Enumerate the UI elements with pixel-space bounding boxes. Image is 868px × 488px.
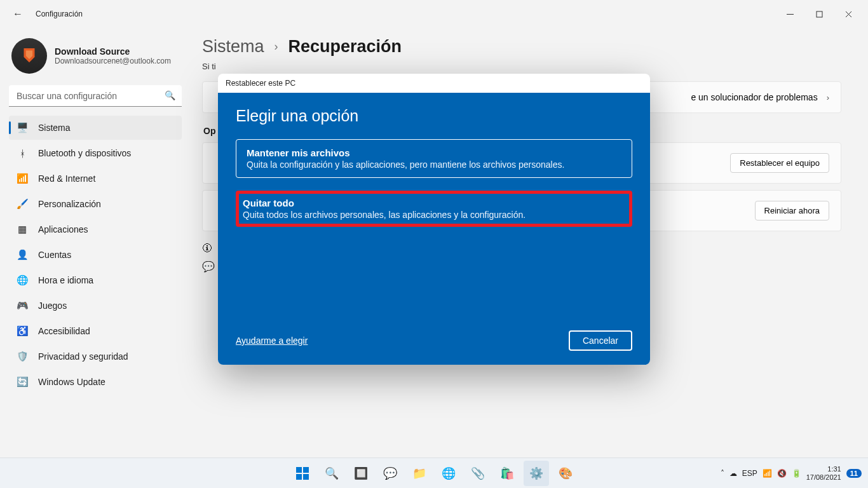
- sidebar-item-icon: ᚼ: [17, 148, 28, 159]
- sidebar-item-icon: 🌐: [17, 274, 28, 286]
- system-tray: ˄ ☁ ESP 📶 🔇 🔋 1:31 17/08/2021 11: [721, 465, 868, 480]
- notifications-badge[interactable]: 11: [846, 469, 862, 478]
- option-keep-files[interactable]: Mantener mis archivos Quita la configura…: [236, 139, 632, 178]
- breadcrumb-page: Recuperación: [288, 37, 402, 57]
- option-keep-files-desc: Quita la configuración y las aplicacione…: [247, 159, 621, 170]
- window-controls: [775, 0, 863, 28]
- sidebar-item-label: Sistema: [38, 123, 71, 133]
- taskbar-center: 🔍 🔲 💬 📁 🌐 📎 🛍️ ⚙️ 🎨: [290, 461, 578, 486]
- reset-pc-button[interactable]: Restablecer el equipo: [730, 153, 829, 173]
- sidebar-item-10[interactable]: 🔄Windows Update: [9, 370, 182, 394]
- sidebar-item-icon: 🎮: [17, 300, 28, 311]
- sidebar-item-label: Juegos: [38, 301, 67, 311]
- cancel-button[interactable]: Cancelar: [569, 330, 632, 351]
- feedback-icon: 💬: [202, 261, 214, 273]
- settings-icon[interactable]: ⚙️: [524, 461, 549, 486]
- search-box: 🔍: [9, 85, 182, 107]
- option-remove-all-title: Quitar todo: [243, 198, 625, 208]
- sidebar-item-label: Red & Internet: [38, 173, 95, 184]
- sidebar-item-label: Privacidad y seguridad: [38, 351, 128, 362]
- sidebar-item-5[interactable]: 👤Cuentas: [9, 243, 182, 267]
- option-keep-files-title: Mantener mis archivos: [247, 147, 621, 158]
- clock[interactable]: 1:31 17/08/2021: [806, 465, 841, 480]
- close-button[interactable]: [834, 0, 863, 28]
- search-input[interactable]: [9, 85, 182, 107]
- onedrive-icon[interactable]: ☁: [729, 469, 737, 478]
- sidebar-item-label: Cuentas: [38, 250, 71, 260]
- sidebar-item-icon: 🛡️: [17, 351, 28, 362]
- task-view-icon[interactable]: 🔲: [348, 461, 374, 486]
- option-remove-all-desc: Quita todos los archivos personales, las…: [243, 210, 625, 220]
- dialog-header: Restablecer este PC: [218, 74, 650, 93]
- breadcrumb-parent[interactable]: Sistema: [202, 37, 264, 57]
- avatar: [11, 38, 47, 74]
- sidebar-item-icon: 📶: [17, 173, 28, 184]
- tray-overflow-icon[interactable]: ˄: [721, 469, 724, 478]
- sidebar-item-icon: ▦: [17, 224, 28, 235]
- volume-icon[interactable]: 🔇: [777, 469, 787, 478]
- help-icon: 🛈: [202, 243, 214, 254]
- nav-list: 🖥️SistemaᚼBluetooth y dispositivos📶Red &…: [9, 116, 182, 394]
- sidebar-item-label: Accesibilidad: [38, 326, 90, 336]
- sidebar-item-6[interactable]: 🌐Hora e idioma: [9, 268, 182, 292]
- profile-email: Downloadsourcenet@outlook.com: [55, 57, 171, 65]
- clock-time: 1:31: [806, 465, 841, 473]
- sidebar-item-label: Hora e idioma: [38, 275, 93, 285]
- sidebar-item-label: Personalización: [38, 199, 101, 209]
- paint-icon[interactable]: 🎨: [553, 461, 578, 486]
- office-icon[interactable]: 📎: [465, 461, 491, 486]
- language-indicator[interactable]: ESP: [742, 469, 757, 478]
- taskbar-search-icon[interactable]: 🔍: [319, 461, 344, 486]
- troubleshoot-text: e un solucionador de problemas: [691, 92, 817, 102]
- sidebar-item-icon: 🖌️: [17, 198, 28, 210]
- search-icon: 🔍: [165, 90, 175, 100]
- chevron-right-icon: ›: [827, 93, 829, 102]
- file-explorer-icon[interactable]: 📁: [407, 461, 432, 486]
- back-button[interactable]: ←: [5, 8, 31, 20]
- maximize-button[interactable]: [804, 0, 834, 28]
- chat-icon[interactable]: 💬: [377, 461, 403, 486]
- sidebar-item-label: Windows Update: [38, 377, 105, 387]
- sidebar-item-1[interactable]: ᚼBluetooth y dispositivos: [9, 141, 182, 165]
- store-icon[interactable]: 🛍️: [494, 461, 520, 486]
- sidebar-item-2[interactable]: 📶Red & Internet: [9, 166, 182, 191]
- sidebar-item-icon: 🖥️: [17, 122, 28, 133]
- minimize-button[interactable]: [775, 0, 804, 28]
- sidebar-item-8[interactable]: ♿Accesibilidad: [9, 319, 182, 343]
- sidebar-item-icon: ♿: [17, 325, 28, 337]
- option-remove-all[interactable]: Quitar todo Quita todos los archivos per…: [243, 198, 625, 220]
- sidebar-item-7[interactable]: 🎮Juegos: [9, 294, 182, 318]
- titlebar: ← Configuración: [0, 0, 868, 28]
- help-me-choose-link[interactable]: Ayudarme a elegir: [236, 336, 308, 346]
- sidebar-item-icon: 🔄: [17, 376, 28, 388]
- restart-now-button[interactable]: Reiniciar ahora: [755, 201, 829, 220]
- window-title: Configuración: [36, 10, 83, 18]
- wifi-icon[interactable]: 📶: [763, 469, 772, 478]
- taskbar: 🔍 🔲 💬 📁 🌐 📎 🛍️ ⚙️ 🎨 ˄ ☁ ESP 📶 🔇 🔋 1:31 1…: [0, 458, 868, 488]
- sidebar-item-0[interactable]: 🖥️Sistema: [9, 116, 182, 140]
- clock-date: 17/08/2021: [806, 473, 841, 481]
- page-subline: Si ti: [202, 62, 841, 71]
- sidebar: Download Source Downloadsourcenet@outloo…: [0, 28, 191, 458]
- sidebar-item-3[interactable]: 🖌️Personalización: [9, 192, 182, 216]
- profile-name: Download Source: [55, 46, 171, 57]
- battery-icon[interactable]: 🔋: [792, 469, 801, 478]
- start-button[interactable]: [290, 461, 315, 486]
- dialog-title: Elegir una opción: [236, 107, 632, 125]
- sidebar-item-label: Bluetooth y dispositivos: [38, 148, 131, 158]
- sidebar-item-4[interactable]: ▦Aplicaciones: [9, 217, 182, 241]
- svg-rect-1: [817, 11, 822, 17]
- breadcrumb: Sistema › Recuperación: [202, 37, 841, 57]
- chevron-right-icon: ›: [275, 40, 278, 53]
- reset-pc-dialog: Restablecer este PC Elegir una opción Ma…: [218, 74, 650, 365]
- sidebar-item-9[interactable]: 🛡️Privacidad y seguridad: [9, 344, 182, 369]
- sidebar-item-label: Aplicaciones: [38, 224, 88, 234]
- profile-block[interactable]: Download Source Downloadsourcenet@outloo…: [9, 34, 182, 85]
- option-remove-all-highlight: Quitar todo Quita todos los archivos per…: [236, 191, 632, 227]
- sidebar-item-icon: 👤: [17, 249, 28, 261]
- edge-icon[interactable]: 🌐: [436, 461, 461, 486]
